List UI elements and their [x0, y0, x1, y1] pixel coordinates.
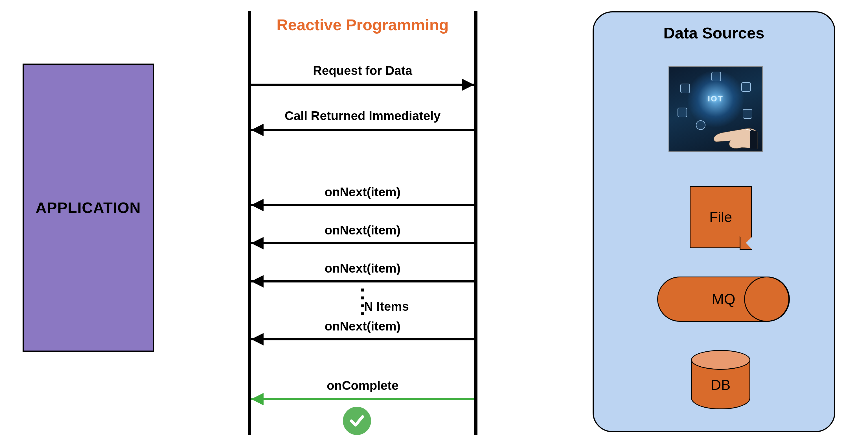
arrow-request-head: [462, 79, 474, 91]
db-label: DB: [691, 377, 750, 393]
arrow-onnext4-line: [251, 338, 474, 340]
msg-onnext1-label: onNext(item): [248, 185, 477, 199]
arrow-onnext4-head: [251, 333, 264, 345]
arrow-onnext1-head: [251, 199, 264, 211]
iot-label: IOT: [708, 94, 723, 104]
msg-onnext2-label: onNext(item): [248, 223, 477, 237]
arrow-onnext2-head: [251, 237, 264, 250]
arrow-returned-line: [251, 129, 474, 131]
arrow-returned-head: [251, 124, 264, 136]
msg-onnext4-label: onNext(item): [248, 319, 477, 333]
file-label: File: [709, 209, 732, 225]
data-sources-title: Data Sources: [594, 24, 834, 42]
arrow-oncomplete-line: [251, 398, 474, 400]
arrow-onnext1-line: [251, 204, 474, 206]
db-icon: DB: [691, 350, 750, 409]
msg-returned-label: Call Returned Immediately: [248, 109, 477, 123]
msg-onnext3-label: onNext(item): [248, 261, 477, 276]
application-label: APPLICATION: [36, 199, 141, 216]
diagram-title: Reactive Programming: [248, 16, 477, 34]
n-items-label: N Items: [364, 299, 409, 314]
arrow-request-line: [251, 84, 474, 86]
mq-icon: MQ: [657, 277, 790, 322]
arrow-onnext3-head: [251, 275, 264, 288]
iot-image: IOT: [669, 66, 763, 152]
file-icon: File: [690, 186, 752, 248]
data-sources-panel: Data Sources IOT File MQ DB: [593, 11, 835, 432]
application-box: APPLICATION: [23, 63, 154, 352]
msg-request-label: Request for Data: [248, 63, 477, 78]
hand-icon: [711, 124, 759, 149]
msg-oncomplete-label: onComplete: [248, 378, 477, 393]
arrow-oncomplete-head: [251, 393, 264, 405]
mq-label: MQ: [712, 291, 735, 308]
checkmark-icon: [343, 407, 371, 435]
arrow-onnext2-line: [251, 242, 474, 244]
